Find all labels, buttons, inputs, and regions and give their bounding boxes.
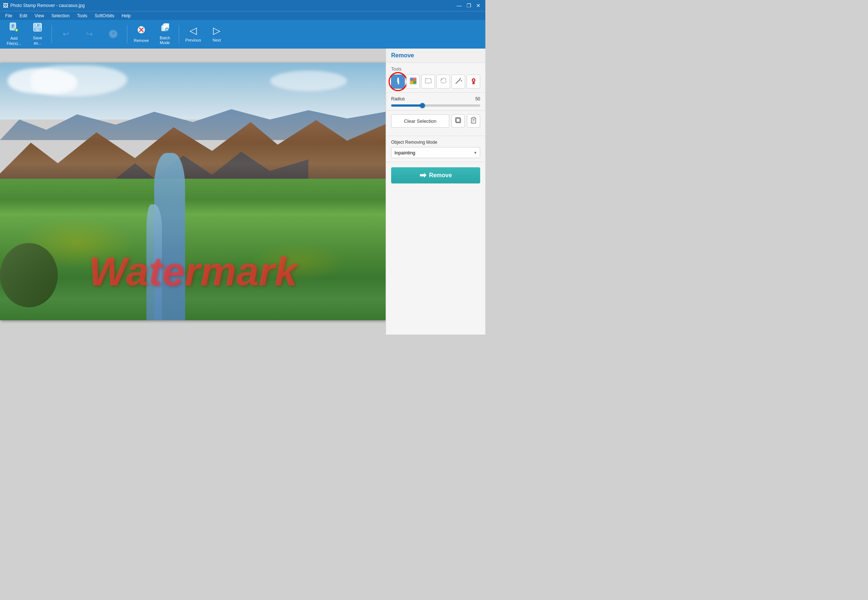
menu-bar: FileEditViewSelectionToolsSoftOrbitsHelp [0, 11, 485, 20]
right-panel: Remove Tools [386, 48, 485, 335]
title-bar: 🖼 Photo Stamp Remover - caucasus.jpg — ❐… [0, 0, 485, 11]
redo-icon: ↪ [86, 29, 93, 39]
actions-section: Clear Selection [386, 111, 485, 136]
svg-rect-10 [35, 24, 40, 26]
title-text: Photo Stamp Remover - caucasus.jpg [10, 3, 85, 8]
mode-section: Object Removing Mode Inpainting Smart Fi… [386, 136, 485, 162]
history-icon: 🕐 [108, 29, 118, 39]
minimize-button[interactable]: — [455, 2, 463, 9]
image-container: Watermark [0, 63, 386, 320]
app-icon: 🖼 [3, 3, 8, 8]
remove-toolbar-button[interactable]: Remove [130, 22, 152, 47]
undo-icon: ↩ [62, 29, 69, 39]
history-button[interactable]: 🕐 [102, 22, 124, 47]
save-as-button[interactable]: Saveas... [26, 22, 49, 47]
menu-item-tools[interactable]: Tools [73, 12, 91, 19]
svg-rect-28 [410, 81, 413, 84]
paste-icon [470, 117, 477, 125]
tools-label: Tools [391, 67, 480, 72]
batch-mode-icon [160, 23, 170, 34]
panel-title: Remove [386, 48, 485, 63]
remove-button-arrow-icon: ➡ [420, 171, 426, 180]
save-icon [33, 23, 42, 34]
close-button[interactable]: ✕ [474, 2, 482, 9]
svg-rect-26 [410, 78, 413, 81]
paste-from-clipboard-button[interactable] [467, 114, 480, 127]
svg-line-31 [456, 80, 459, 83]
svg-rect-24 [397, 80, 399, 82]
brush-icon [394, 77, 402, 87]
svg-rect-1 [10, 23, 15, 30]
svg-rect-44 [473, 118, 475, 119]
mode-dropdown[interactable]: Inpainting Smart Fill Clone Stamp [391, 147, 480, 158]
svg-rect-27 [413, 78, 416, 81]
radius-slider[interactable] [391, 105, 480, 107]
menu-item-softorbits[interactable]: SoftOrbits [91, 12, 118, 19]
menu-item-edit[interactable]: Edit [16, 12, 31, 19]
color-wand-icon [409, 77, 417, 87]
mode-label: Object Removing Mode [391, 140, 480, 145]
separator-3 [179, 25, 179, 43]
next-icon: ▷ [213, 25, 220, 36]
menu-item-selection[interactable]: Selection [48, 12, 73, 19]
clear-selection-button[interactable]: Clear Selection [391, 114, 449, 127]
svg-rect-30 [426, 79, 431, 83]
clear-selection-row: Clear Selection [391, 114, 480, 127]
stamp-finder-button[interactable] [467, 75, 480, 89]
remove-button-label: Remove [429, 172, 452, 179]
toolbar: AddFile(s)... Saveas... ↩ ↪ 🕐 [0, 20, 485, 48]
radius-thumb[interactable] [420, 103, 425, 108]
svg-rect-38 [473, 82, 475, 84]
remove-toolbar-label: Remove [134, 38, 149, 43]
save-as-label: Saveas... [33, 36, 42, 45]
canvas-area[interactable]: Watermark [0, 48, 386, 335]
magic-wand-icon [455, 77, 462, 87]
previous-icon: ◁ [190, 25, 197, 36]
rectangle-tool-button[interactable] [421, 75, 435, 89]
rectangle-icon [424, 77, 432, 87]
magic-wand-button[interactable] [451, 75, 465, 89]
add-files-button[interactable]: AddFile(s)... [3, 22, 25, 47]
lasso-tool-button[interactable] [436, 75, 450, 89]
next-button[interactable]: ▷ Next [206, 22, 228, 47]
next-label: Next [213, 38, 221, 42]
previous-button[interactable]: ◁ Previous [182, 22, 204, 47]
menu-item-help[interactable]: Help [118, 12, 135, 19]
previous-label: Previous [185, 38, 201, 42]
tools-section: Tools [386, 63, 485, 92]
title-bar-left: 🖼 Photo Stamp Remover - caucasus.jpg [3, 3, 85, 8]
batch-mode-button[interactable]: BatchMode [154, 22, 176, 47]
remove-icon [137, 25, 146, 37]
radius-value: 50 [476, 96, 480, 102]
radius-row: Radius 50 [391, 96, 480, 102]
batch-mode-label: BatchMode [160, 36, 170, 45]
svg-rect-13 [36, 29, 40, 30]
svg-rect-29 [413, 81, 416, 84]
separator-2 [127, 25, 127, 43]
radius-section: Radius 50 [386, 92, 485, 111]
menu-item-view[interactable]: View [31, 12, 48, 19]
lasso-icon [439, 77, 447, 87]
copy-icon [455, 117, 462, 125]
remove-section: ➡ Remove [386, 162, 485, 189]
copy-to-clipboard-button[interactable] [451, 114, 465, 127]
stamp-finder-icon [470, 77, 477, 87]
main-content: Watermark Remove Tools [0, 48, 485, 335]
add-files-icon [9, 22, 19, 35]
undo-button[interactable]: ↩ [55, 22, 77, 47]
mode-dropdown-wrapper[interactable]: Inpainting Smart Fill Clone Stamp ▼ [391, 147, 480, 158]
add-files-label: AddFile(s)... [7, 36, 21, 45]
restore-button[interactable]: ❐ [465, 2, 473, 9]
redo-button[interactable]: ↪ [78, 22, 100, 47]
remove-button[interactable]: ➡ Remove [391, 167, 480, 183]
separator-1 [52, 25, 52, 43]
svg-point-39 [473, 79, 474, 81]
tools-row [391, 75, 480, 89]
title-bar-controls: — ❐ ✕ [455, 2, 482, 9]
svg-rect-11 [36, 24, 37, 26]
svg-point-32 [459, 79, 460, 80]
radius-label: Radius [391, 96, 405, 102]
menu-item-file[interactable]: File [2, 12, 16, 19]
color-wand-button[interactable] [406, 75, 420, 89]
brush-tool-button[interactable] [391, 75, 405, 89]
